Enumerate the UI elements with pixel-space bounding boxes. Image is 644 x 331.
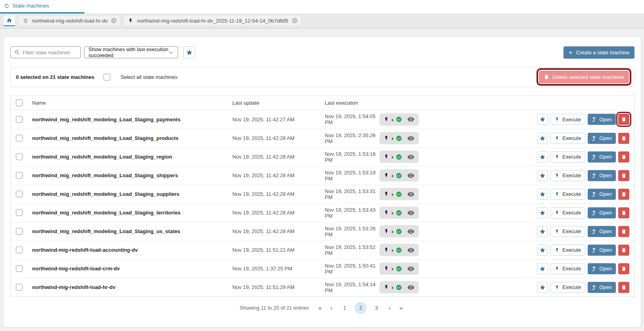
page-button-3[interactable]: 3 (370, 302, 382, 314)
tab-home[interactable] (3, 15, 15, 26)
execution-lightning-icon (384, 136, 389, 141)
select-all-label: Select all state machines (121, 74, 178, 80)
execution-status-group[interactable]: › (380, 225, 419, 237)
execution-status-group[interactable]: › (380, 262, 419, 275)
delete-button[interactable] (618, 189, 629, 200)
execute-button[interactable]: Execute (550, 189, 585, 200)
tab-state-machine[interactable]: northwind-mig-redshift-load-hr-dv × (18, 15, 121, 26)
page-button-2[interactable]: 2 (355, 302, 366, 314)
star-icon (539, 191, 546, 197)
execution-status-group[interactable]: › (380, 244, 419, 256)
row-checkbox[interactable] (16, 209, 23, 216)
visibility-eye-icon[interactable] (407, 153, 414, 161)
execution-status-group[interactable]: › (380, 132, 419, 144)
execute-button[interactable]: Execute (550, 114, 585, 125)
delete-button[interactable] (618, 170, 629, 181)
execution-status-group[interactable]: › (380, 281, 419, 293)
favorite-button[interactable] (537, 282, 548, 293)
favorite-button[interactable] (537, 226, 548, 237)
execution-status-group[interactable]: › (380, 151, 419, 163)
favorite-button[interactable] (537, 263, 548, 274)
row-checkbox[interactable] (16, 284, 23, 291)
execution-status-group[interactable]: › (380, 113, 419, 126)
visibility-eye-icon[interactable] (407, 135, 414, 142)
close-icon[interactable]: × (111, 18, 117, 23)
favorite-button[interactable] (537, 170, 548, 181)
header-select-checkbox[interactable] (16, 99, 23, 106)
delete-button[interactable] (618, 133, 629, 144)
execute-button[interactable]: Execute (550, 263, 585, 274)
delete-button[interactable] (618, 226, 629, 237)
favorite-button[interactable] (537, 189, 548, 200)
open-button[interactable]: Open (588, 207, 616, 218)
visibility-eye-icon[interactable] (407, 265, 414, 272)
execute-button[interactable]: Execute (550, 133, 585, 144)
favorite-button[interactable] (537, 114, 548, 125)
close-icon[interactable]: × (292, 18, 297, 23)
previous-page-button[interactable]: ‹ (328, 304, 335, 311)
row-checkbox[interactable] (16, 191, 23, 197)
delete-button[interactable] (618, 207, 629, 218)
execute-button[interactable]: Execute (550, 282, 585, 293)
open-button[interactable]: Open (588, 282, 616, 293)
trash-icon (621, 117, 627, 122)
row-checkbox[interactable] (16, 265, 23, 272)
tab-execution[interactable]: northwind-mig-redshift-load-hr-dv_2025-1… (123, 15, 301, 26)
execute-button[interactable]: Execute (550, 170, 585, 181)
execute-button[interactable]: Execute (550, 245, 585, 256)
visibility-eye-icon[interactable] (407, 228, 414, 235)
open-button[interactable]: Open (588, 245, 616, 256)
visibility-eye-icon[interactable] (407, 284, 414, 291)
open-button[interactable]: Open (588, 170, 616, 181)
execution-status-group[interactable]: › (380, 169, 419, 182)
next-page-button[interactable]: › (386, 304, 393, 311)
row-checkbox[interactable] (16, 247, 23, 253)
execute-button[interactable]: Execute (550, 226, 585, 237)
execution-lightning-icon (384, 191, 389, 197)
visibility-eye-icon[interactable] (407, 209, 414, 216)
row-checkbox[interactable] (16, 172, 23, 179)
open-button[interactable]: Open (588, 263, 616, 274)
delete-button[interactable] (618, 114, 629, 125)
open-button[interactable]: Open (588, 114, 616, 125)
favorite-button[interactable] (537, 245, 548, 256)
execute-button[interactable]: Execute (550, 151, 585, 163)
lightning-icon (555, 155, 560, 159)
favorite-button[interactable] (537, 207, 548, 218)
open-button[interactable]: Open (588, 133, 616, 144)
last-page-button[interactable]: » (397, 304, 405, 311)
favorite-filter-button[interactable] (183, 46, 195, 58)
execution-status-group[interactable]: › (380, 207, 419, 219)
delete-button[interactable] (618, 245, 629, 256)
execution-filter-select[interactable]: Show machines with last execution succee… (84, 46, 178, 58)
delete-button[interactable] (618, 263, 629, 274)
open-button[interactable]: Open (588, 189, 616, 200)
open-label: Open (599, 154, 612, 160)
delete-selected-button[interactable]: Delete selected state machines (539, 71, 629, 83)
visibility-eye-icon[interactable] (407, 247, 414, 254)
star-icon (539, 266, 546, 272)
execution-status-group[interactable]: › (380, 188, 419, 200)
filter-state-machines-input[interactable] (23, 50, 77, 55)
page-button-1[interactable]: 1 (339, 302, 351, 314)
visibility-eye-icon[interactable] (407, 116, 414, 123)
row-checkbox[interactable] (16, 153, 23, 160)
delete-button[interactable] (618, 151, 629, 163)
favorite-button[interactable] (537, 133, 548, 144)
select-all-checkbox[interactable] (104, 74, 110, 80)
create-state-machine-button[interactable]: + Create a state machine (564, 46, 634, 59)
nav-state-machines[interactable]: State machines (0, 3, 49, 9)
star-icon (539, 172, 546, 179)
first-page-button[interactable]: « (316, 304, 324, 311)
row-checkbox[interactable] (16, 228, 23, 235)
open-button[interactable]: Open (588, 226, 616, 237)
favorite-button[interactable] (537, 151, 548, 163)
execute-button[interactable]: Execute (550, 207, 585, 218)
row-checkbox[interactable] (16, 135, 23, 142)
visibility-eye-icon[interactable] (407, 191, 414, 198)
visibility-eye-icon[interactable] (407, 172, 414, 179)
open-button[interactable]: Open (588, 151, 616, 163)
delete-button[interactable] (618, 282, 629, 293)
row-checkbox[interactable] (16, 116, 23, 123)
tab-strip: northwind-mig-redshift-load-hr-dv × nort… (0, 13, 644, 29)
